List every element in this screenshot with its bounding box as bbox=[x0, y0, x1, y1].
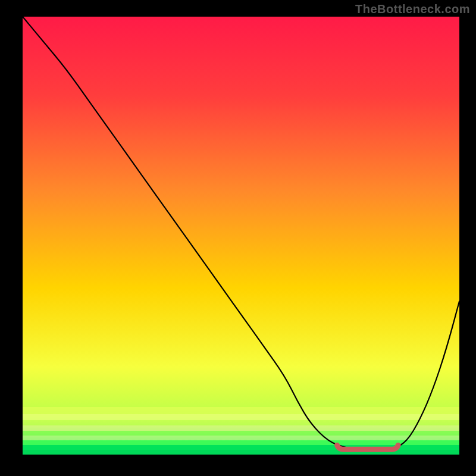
svg-rect-1 bbox=[23, 414, 459, 420]
svg-rect-2 bbox=[23, 420, 459, 425]
svg-rect-0 bbox=[23, 407, 459, 414]
svg-rect-3 bbox=[23, 425, 459, 431]
bottleneck-plot bbox=[23, 17, 459, 455]
plot-area bbox=[23, 17, 459, 455]
gradient-background bbox=[23, 17, 459, 455]
svg-rect-4 bbox=[23, 431, 459, 436]
chart-frame: TheBottleneck.com bbox=[0, 0, 476, 476]
svg-rect-5 bbox=[23, 436, 459, 440]
svg-rect-6 bbox=[23, 440, 459, 445]
watermark-text: TheBottleneck.com bbox=[355, 2, 470, 16]
